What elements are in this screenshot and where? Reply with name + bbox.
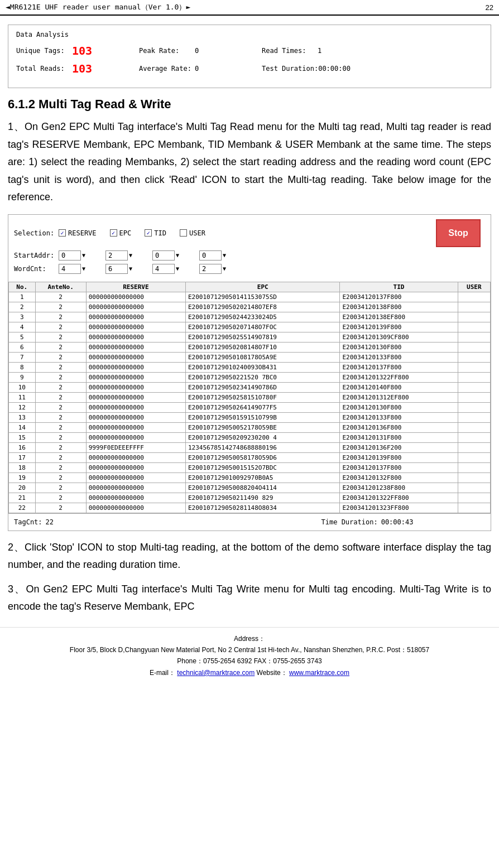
da-read-times: Read Times: 1 xyxy=(262,47,385,55)
timeduration-section: Time Duration: 00:00:43 xyxy=(250,518,485,526)
table-cell: 5 xyxy=(9,332,36,342)
table-cell: 2 xyxy=(9,302,36,312)
table-cell xyxy=(458,342,490,352)
checkbox-tid-label: TID xyxy=(154,229,166,237)
table-cell: E200341201309CF800 xyxy=(340,332,458,342)
table-cell: 2 xyxy=(35,302,86,312)
table-cell: 000000000000000 xyxy=(86,452,185,462)
wordcnt-dropdowns: 4 ▼ 6 ▼ 4 ▼ 2 ▼ xyxy=(59,264,485,274)
table-row: 102000000000000000E200107129050234149O78… xyxy=(9,382,491,392)
startaddr-val-3: 0 xyxy=(152,250,175,261)
checkbox-user[interactable]: USER xyxy=(180,229,205,237)
table-cell: 2 xyxy=(35,352,86,362)
checkbox-tid[interactable]: ✓ TID xyxy=(145,229,166,237)
wordcnt-dd-3[interactable]: 4 ▼ xyxy=(152,264,191,274)
table-cell: 2 xyxy=(35,493,86,503)
table-row: 222000000000000000E200107129050281148O80… xyxy=(9,503,491,513)
table-cell: 13 xyxy=(9,412,36,422)
table-cell: E200107129050264149O77F5 xyxy=(186,402,340,412)
startaddr-dd-2[interactable]: 2 ▼ xyxy=(105,250,145,261)
checkbox-reserve[interactable]: ✓ RESERVE xyxy=(59,229,97,237)
wordcnt-dd-1[interactable]: 4 ▼ xyxy=(59,264,98,274)
stop-button[interactable]: Stop xyxy=(436,219,481,247)
table-cell xyxy=(458,422,490,432)
table-cell: 000000000000000 xyxy=(86,302,185,312)
checkbox-user-box[interactable] xyxy=(180,229,187,237)
table-cell: 15 xyxy=(9,432,36,442)
table-cell: 2 xyxy=(35,422,86,432)
table-cell: 2 xyxy=(35,342,86,352)
table-cell: 9999F0EDEEEFFFF xyxy=(86,442,185,452)
table-cell: 7 xyxy=(9,352,36,362)
wordcnt-dd-4[interactable]: 2 ▼ xyxy=(199,264,238,274)
table-cell: 2 xyxy=(35,432,86,442)
wordcnt-arrow-1[interactable]: ▼ xyxy=(82,266,85,272)
table-cell: E20034120138EF800 xyxy=(340,312,458,322)
startaddr-arrow-1[interactable]: ▼ xyxy=(82,252,85,258)
table-cell xyxy=(458,402,490,412)
table-cell: 14 xyxy=(9,422,36,432)
startaddr-dd-4[interactable]: 0 ▼ xyxy=(199,250,238,261)
table-cell: E20034120133F800 xyxy=(340,412,458,422)
unique-tags-value: 103 xyxy=(72,44,117,57)
table-cell xyxy=(458,432,490,442)
table-cell: E20034120137F800 xyxy=(340,292,458,302)
checkbox-reserve-box[interactable]: ✓ xyxy=(59,229,66,237)
startaddr-arrow-3[interactable]: ▼ xyxy=(176,252,179,258)
startaddr-arrow-2[interactable]: ▼ xyxy=(129,252,132,258)
da-test-duration: Test Duration: 00:00:00 xyxy=(262,65,385,73)
test-duration-value: 00:00:00 xyxy=(318,65,363,73)
avg-rate-label: Average Rate: xyxy=(139,65,195,73)
selection-row: Selection: ✓ RESERVE ✓ EPC ✓ TID USER xyxy=(14,219,485,247)
body-text-3: 3、On Gen2 EPC Multi Tag interface's Mult… xyxy=(8,581,491,616)
table-cell xyxy=(458,322,490,332)
table-cell: 12 xyxy=(9,402,36,412)
table-cell: 2 xyxy=(35,392,86,402)
checkbox-reserve-label: RESERVE xyxy=(68,229,97,237)
checkbox-epc-box[interactable]: ✓ xyxy=(110,229,117,237)
table-cell: 2 xyxy=(35,402,86,412)
wordcnt-arrow-3[interactable]: ▼ xyxy=(176,266,179,272)
startaddr-val-1: 0 xyxy=(59,250,81,261)
table-cell: E200107129050211490 829 xyxy=(186,493,340,503)
table-cell xyxy=(458,493,490,503)
table-cell: E200107129010240093OB431 xyxy=(186,362,340,372)
avg-rate-value: 0 xyxy=(195,65,239,73)
read-times-value: 1 xyxy=(318,47,362,55)
checkbox-epc[interactable]: ✓ EPC xyxy=(110,229,132,237)
table-cell: 000000000000000 xyxy=(86,322,185,332)
table-cell: 000000000000000 xyxy=(86,362,185,372)
table-row: 192000000000000000E200107129010092970B0A… xyxy=(9,472,491,483)
startaddr-dd-3[interactable]: 0 ▼ xyxy=(152,250,191,261)
table-cell: 000000000000000 xyxy=(86,342,185,352)
table-cell: 22 xyxy=(9,503,36,513)
table-cell: 20 xyxy=(9,483,36,493)
checkbox-tid-box[interactable]: ✓ xyxy=(145,229,152,237)
col-tid: TID xyxy=(340,282,458,292)
manual-title: ◄MR6121E UHF reader user manual（Ver 1.0）… xyxy=(6,2,190,12)
startaddr-row: StartAddr: 0 ▼ 2 ▼ 0 ▼ 0 ▼ xyxy=(14,250,485,261)
wordcnt-dd-2[interactable]: 6 ▼ xyxy=(105,264,145,274)
wordcnt-arrow-4[interactable]: ▼ xyxy=(223,266,226,272)
table-cell: E20034120136F200 xyxy=(340,442,458,452)
footer-email-link[interactable]: technical@marktrace.com xyxy=(177,669,255,677)
table-cell: E200107129050255149O7819 xyxy=(186,332,340,342)
iface-footer: TagCnt: 22 Time Duration: 00:00:43 xyxy=(8,513,491,531)
table-cell: E20034120139F800 xyxy=(340,452,458,462)
table-cell: E200107129050159151O799B xyxy=(186,412,340,422)
table-row: 142000000000000000E200107129050052178O59… xyxy=(9,422,491,432)
table-cell: 1 xyxy=(9,292,36,302)
footer-website-link[interactable]: www.marktrace.com xyxy=(289,669,349,677)
selection-label: Selection: xyxy=(14,229,59,237)
wordcnt-arrow-2[interactable]: ▼ xyxy=(129,266,132,272)
table-cell xyxy=(458,372,490,382)
da-unique-tags: Unique Tags: 103 xyxy=(16,44,139,57)
table-row: 132000000000000000E200107129050159151O79… xyxy=(9,412,491,422)
footer-line-3: Phone：0755-2654 6392 FAX：0755-2655 3743 xyxy=(8,655,491,667)
table-cell: 2 xyxy=(35,382,86,392)
table-cell: E200107129050244233024D5 xyxy=(186,312,340,322)
page-header: ◄MR6121E UHF reader user manual（Ver 1.0）… xyxy=(0,0,499,16)
startaddr-dd-1[interactable]: 0 ▼ xyxy=(59,250,98,261)
table-cell: 2 xyxy=(35,292,86,302)
startaddr-arrow-4[interactable]: ▼ xyxy=(223,252,226,258)
